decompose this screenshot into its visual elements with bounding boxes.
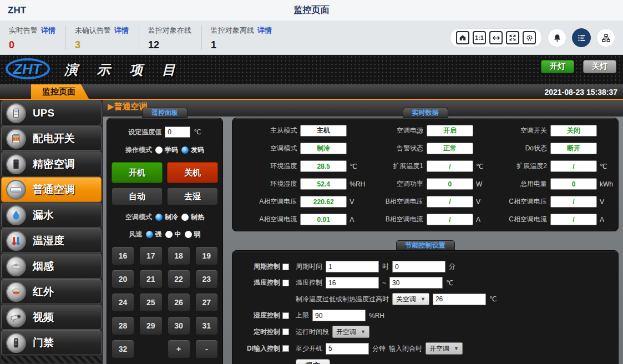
stat-detail-link[interactable]: 详情 — [114, 26, 129, 34]
timer-control-label: 定时控制 — [254, 327, 280, 337]
remote-control-column: 遥控面板 设定温度值 ℃ 操作模式 学码 发码 开机 关机 — [107, 108, 223, 364]
power-off-button[interactable]: 关机 — [167, 162, 218, 183]
sidebar-item-video[interactable]: 视频 — [1, 305, 102, 330]
field-value: / — [550, 214, 597, 225]
temp-button-29[interactable]: 29 — [139, 316, 162, 335]
temp-button-18[interactable]: 18 — [168, 246, 190, 265]
sidebar-item-normal-ac[interactable]: 普通空调 — [1, 177, 102, 202]
ac-mode-heat-radio[interactable]: 制热 — [181, 213, 204, 222]
temp-plus-button[interactable]: + — [168, 340, 190, 358]
temp-button-24[interactable]: 24 — [112, 293, 134, 312]
field-master-slave: 主从模式主机 — [235, 125, 363, 136]
sidebar-item-door-access[interactable]: 门禁 — [1, 330, 102, 355]
temp-button-27[interactable]: 27 — [195, 293, 218, 312]
light-off-button[interactable]: 关灯 — [583, 60, 616, 73]
temp-control-label: 温度控制 — [254, 278, 280, 287]
temp-control-checkbox[interactable] — [282, 280, 289, 286]
sidebar-item-water-leak[interactable]: 漏水 — [1, 203, 102, 228]
dehumidify-button[interactable]: 去湿 — [167, 188, 218, 205]
settings-gear-icon[interactable] — [523, 31, 536, 44]
cycle-hour-input[interactable] — [326, 261, 379, 272]
radio-icon — [165, 231, 173, 238]
ac-mode-cool-radio[interactable]: 制冷 — [155, 213, 178, 222]
chevron-down-icon: ▼ — [361, 329, 366, 335]
timer-control-checkbox[interactable] — [282, 328, 289, 335]
temp-button-26[interactable]: 26 — [168, 293, 190, 312]
stat-label: 未确认告警 — [75, 26, 111, 34]
stat-detail-link[interactable]: 详情 — [41, 26, 55, 34]
fan-medium-radio[interactable]: 中 — [165, 230, 181, 239]
precision-ac-icon — [6, 154, 26, 174]
field-value: / — [550, 196, 597, 208]
sidebar-item-temp-humidity[interactable]: 温湿度 — [1, 228, 102, 253]
di-action-select[interactable]: 开空调▼ — [426, 342, 463, 355]
temp-button-25[interactable]: 25 — [139, 293, 162, 312]
field-value: / — [550, 160, 597, 172]
temp-low-input[interactable] — [326, 277, 379, 289]
fan-weak-radio[interactable]: 弱 — [185, 230, 201, 239]
list-view-icon[interactable] — [572, 28, 591, 47]
submit-button[interactable]: 提交 — [296, 359, 330, 364]
temp-button-31[interactable]: 31 — [195, 316, 218, 335]
radio-icon — [146, 231, 153, 238]
grid-spacer — [139, 340, 162, 358]
stats-bar: 实时告警详情 0 未确认告警详情 3 监控对象在线 12 监控对象离线详情 1 … — [0, 21, 623, 55]
temp-button-16[interactable]: 16 — [112, 246, 134, 265]
fit-width-icon[interactable] — [489, 31, 503, 44]
di-minutes-input[interactable] — [326, 343, 369, 355]
temp-button-21[interactable]: 21 — [139, 270, 162, 289]
stat-detail-link[interactable]: 详情 — [257, 26, 272, 34]
power-on-button[interactable]: 开机 — [112, 162, 163, 183]
topology-icon[interactable] — [596, 28, 615, 47]
field-phase-b-current: B相空调电流/A — [363, 214, 490, 225]
overtemp-value-input[interactable] — [433, 294, 486, 305]
sidebar-item-precision-ac[interactable]: 精密空调 — [1, 151, 102, 176]
humidity-control-label: 湿度控制 — [254, 311, 280, 320]
temp-button-23[interactable]: 23 — [195, 270, 218, 289]
light-on-button[interactable]: 开灯 — [541, 60, 574, 73]
cycle-minute-input[interactable] — [392, 261, 445, 272]
fan-strong-radio[interactable]: 强 — [146, 230, 162, 239]
temp-button-22[interactable]: 22 — [168, 270, 190, 289]
temp-high-input[interactable] — [389, 277, 443, 289]
temp-button-20[interactable]: 20 — [112, 270, 134, 289]
di-min-on-label: 至少开机 — [296, 344, 322, 353]
op-mode-learn-radio[interactable]: 学码 — [155, 145, 178, 155]
sidebar-item-smoke[interactable]: 烟感 — [1, 254, 102, 279]
set-temp-input[interactable] — [165, 127, 190, 138]
temp-button-17[interactable]: 17 — [139, 246, 162, 265]
stat-value: 0 — [9, 40, 55, 50]
minute-unit: 分 — [449, 262, 455, 271]
field-value: 0 — [550, 178, 597, 190]
sidebar-item-power-switch[interactable]: 配电开关 — [1, 126, 102, 151]
sidebar-item-ups[interactable]: UPS — [1, 100, 102, 125]
di-control-checkbox[interactable] — [282, 345, 289, 352]
temp-button-30[interactable]: 30 — [168, 316, 190, 335]
humidity-upper-input[interactable] — [312, 310, 366, 321]
temp-button-28[interactable]: 28 — [112, 316, 134, 335]
tab-monitor-page[interactable]: 监控页面 — [31, 84, 89, 99]
fullscreen-icon[interactable] — [506, 31, 519, 44]
field-value: 主机 — [300, 125, 347, 136]
op-mode-send-radio[interactable]: 发码 — [181, 145, 204, 155]
temp-button-19[interactable]: 19 — [195, 246, 218, 265]
hour-unit: 时 — [382, 262, 389, 271]
timer-action-select[interactable]: 开空调▼ — [332, 326, 369, 338]
field-value: 0.01 — [300, 214, 347, 225]
auto-button[interactable]: 自动 — [112, 188, 163, 205]
one-to-one-icon[interactable]: 1:1 — [473, 31, 486, 44]
field-phase-b-voltage: B相空调电压/V — [363, 196, 490, 208]
home-icon[interactable] — [456, 31, 469, 44]
toolbar-icons: 1:1 — [450, 28, 623, 47]
temp-button-32[interactable]: 32 — [112, 340, 134, 358]
field-value: 220.62 — [300, 196, 347, 208]
bell-icon[interactable] — [548, 28, 566, 47]
humidity-control-checkbox[interactable] — [282, 312, 289, 319]
cycle-control-checkbox[interactable] — [282, 264, 289, 270]
overtemp-action-select[interactable]: 关空调▼ — [392, 293, 429, 305]
cycle-control-label: 周期控制 — [254, 262, 280, 271]
access-control-icon — [6, 333, 26, 353]
sidebar-item-infrared[interactable]: 红外 — [1, 279, 102, 304]
stat-objects-offline: 监控对象离线详情 1 — [202, 26, 282, 50]
temp-minus-button[interactable]: - — [195, 340, 218, 358]
